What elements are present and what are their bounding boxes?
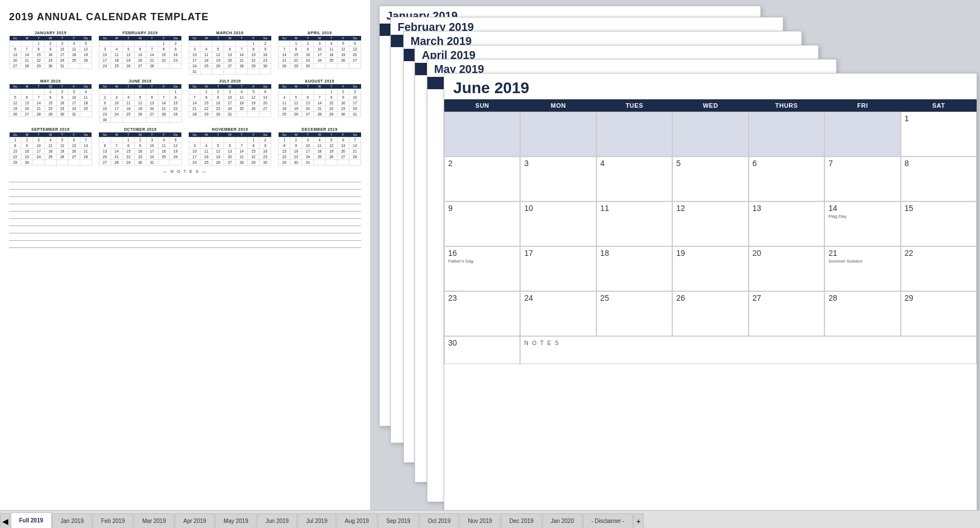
mini-cal-11: DECEMBER 2019SuMTWTFSa123456789101112131… <box>278 127 361 166</box>
tab-disclaimer[interactable]: - Disclaimer - <box>583 513 633 528</box>
june-day-28: 28 <box>824 291 900 336</box>
right-panel: January 2019 SUN MON TUES WED THURS FRI … <box>371 0 980 510</box>
jun-tues: TUES <box>596 99 672 112</box>
jun-thurs: THURS <box>749 99 824 112</box>
mini-cal-6: JULY 2019SuMTWTFSa1234567891011121314151… <box>189 79 272 123</box>
june-day-21: 21Summer Solstice <box>824 246 900 291</box>
mini-cal-2: MARCH 2019SuMTWTFSa123456789101112131415… <box>189 31 272 75</box>
tab-sep-2019[interactable]: Sep 2019 <box>378 513 419 528</box>
notes-line-3 <box>9 190 361 197</box>
june-week5: 23 24 25 26 27 28 29 <box>444 291 977 336</box>
mini-cal-4: MAY 2019SuMTWTFSa12345678910111213141516… <box>9 79 92 123</box>
tab-nov-2019[interactable]: Nov 2019 <box>459 513 500 528</box>
june-day-12: 12 <box>672 201 748 246</box>
page-title: 2019 ANNUAL CALENDAR TEMPLATE <box>9 11 361 23</box>
tab-jan-2019[interactable]: Jan 2019 <box>52 513 92 528</box>
june-last-row: 30 N O T E S <box>444 336 977 364</box>
june-notes-row: N O T E S <box>520 336 977 364</box>
notes-line-2 <box>9 183 361 190</box>
tab-may-2019[interactable]: May 2019 <box>215 513 257 528</box>
june-day-20: 20 <box>749 246 824 291</box>
june-day-18: 18 <box>596 246 672 291</box>
tab-icon-left[interactable]: ◀ <box>0 513 10 528</box>
notes-line-6 <box>9 212 361 219</box>
tab-oct-2019[interactable]: Oct 2019 <box>420 513 459 528</box>
notes-line-1 <box>9 176 361 182</box>
tab-aug-2019[interactable]: Aug 2019 <box>336 513 377 528</box>
tab-dec-2019[interactable]: Dec 2019 <box>501 513 542 528</box>
notes-line-9 <box>9 234 361 241</box>
june-day-10: 10 <box>520 201 596 246</box>
fathers-day-note: Father's Day <box>448 259 516 264</box>
mini-cal-7: AUGUST 2019SuMTWTFSa12345678910111213141… <box>278 79 361 123</box>
tab-jul-2019[interactable]: Jul 2019 <box>298 513 336 528</box>
june-day-27: 27 <box>749 291 824 336</box>
june-day-19: 19 <box>672 246 748 291</box>
june-day-11: 11 <box>596 201 672 246</box>
mini-cal-9: OCTOBER 2019SuMTWTFSa1234567891011121314… <box>99 127 182 166</box>
june-day-24: 24 <box>520 291 596 336</box>
june-day-30: 30 <box>444 336 520 364</box>
notes-section: — N O T E S — <box>9 169 361 248</box>
june-day-6: 6 <box>749 157 824 201</box>
june-day-3: 3 <box>520 157 596 201</box>
june-cell-empty-3 <box>596 112 672 157</box>
tab-apr-2019[interactable]: Apr 2019 <box>175 513 215 528</box>
jun-fri: FRI <box>824 99 900 112</box>
mini-cal-5: JUNE 2019SuMTWTFSa1234567891011121314151… <box>99 79 182 123</box>
jun-wed: WED <box>672 99 748 112</box>
mini-cal-10: NOVEMBER 2019SuMTWTFSa123456789101112131… <box>189 127 272 166</box>
june-day-29: 29 <box>901 291 977 336</box>
mini-cal-1: FEBRUARY 2019SuMTWTFSa123456789101112131… <box>99 31 182 75</box>
june-cell-empty-6 <box>824 112 900 157</box>
june-day-1: 1 <box>901 112 977 157</box>
june-day-4: 4 <box>596 157 672 201</box>
tab-add-icon[interactable]: + <box>633 513 644 528</box>
june-cell-empty-2 <box>520 112 596 157</box>
june-day-8: 8 <box>901 157 977 201</box>
jun-sat: SAT <box>901 99 977 112</box>
june-week3: 9 10 11 12 13 14Flag Day 15 <box>444 201 977 246</box>
mini-cal-3: APRIL 2019SuMTWTFSa123456789101112131415… <box>278 31 361 75</box>
tab-jun-2019[interactable]: Jun 2019 <box>257 513 297 528</box>
june-day-16: 16Father's Day <box>444 246 520 291</box>
june-week4: 16Father's Day 17 18 19 20 21Summer Sols… <box>444 246 977 291</box>
mini-cal-0: JANUARY 2019SuMTWTFSa1234567891011121314… <box>9 31 92 75</box>
notes-line-7 <box>9 219 361 226</box>
flag-day-note: Flag Day <box>828 214 896 219</box>
june-header: SUN MON TUES WED THURS FRI SAT <box>444 99 977 112</box>
notes-title: — N O T E S — <box>9 169 361 174</box>
june-week1: 1 <box>444 112 977 157</box>
june-day-13: 13 <box>749 201 824 246</box>
tab-bar: ◀ Full 2019 Jan 2019 Feb 2019 Mar 2019 A… <box>0 510 980 528</box>
tab-mar-2019[interactable]: Mar 2019 <box>134 513 174 528</box>
jun-sun: SUN <box>444 99 520 112</box>
main-content: 2019 ANNUAL CALENDAR TEMPLATE JANUARY 20… <box>0 0 980 510</box>
june-day-2: 2 <box>444 157 520 201</box>
june-day-9: 9 <box>444 201 520 246</box>
june-day-22: 22 <box>901 246 977 291</box>
june-day-7: 7 <box>824 157 900 201</box>
jun-mon: MON <box>520 99 596 112</box>
june-day-14: 14Flag Day <box>824 201 900 246</box>
notes-line-10 <box>9 241 361 248</box>
page-june: June 2019 SUN MON TUES WED THURS FRI SAT… <box>444 73 977 510</box>
notes-line-4 <box>9 198 361 204</box>
june-cell-empty-1 <box>444 112 520 157</box>
mini-calendars-grid: JANUARY 2019SuMTWTFSa1234567891011121314… <box>9 31 361 166</box>
left-panel: 2019 ANNUAL CALENDAR TEMPLATE JANUARY 20… <box>0 0 371 510</box>
notes-line-8 <box>9 227 361 233</box>
tab-jan-2020[interactable]: Jan 2020 <box>543 513 582 528</box>
june-cell-empty-4 <box>672 112 748 157</box>
june-day-26: 26 <box>672 291 748 336</box>
mini-cal-8: SEPTEMBER 2019SuMTWTFSa12345678910111213… <box>9 127 92 166</box>
june-day-25: 25 <box>596 291 672 336</box>
june-day-5: 5 <box>672 157 748 201</box>
june-title: June 2019 <box>444 74 977 99</box>
tab-full-2019[interactable]: Full 2019 <box>11 512 52 528</box>
tab-feb-2019[interactable]: Feb 2019 <box>93 513 133 528</box>
june-cell-empty-5 <box>749 112 824 157</box>
june-day-15: 15 <box>901 201 977 246</box>
june-day-23: 23 <box>444 291 520 336</box>
solstice-note: Summer Solstice <box>828 259 896 264</box>
